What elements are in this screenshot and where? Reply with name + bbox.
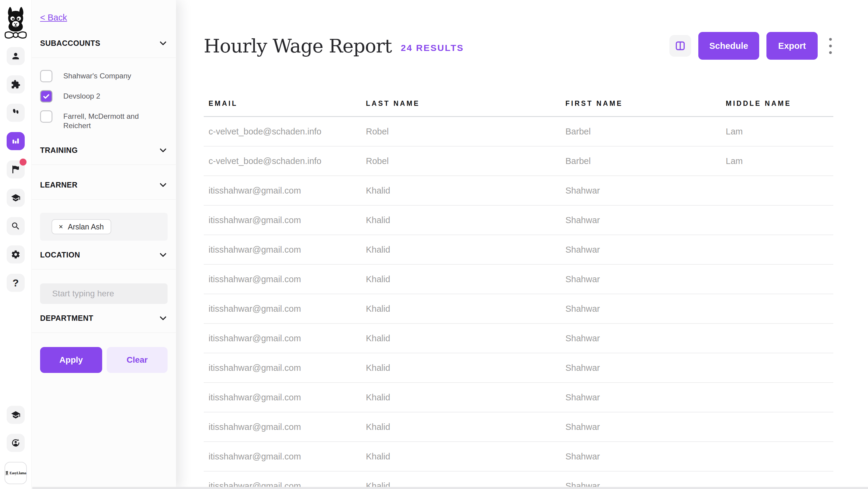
table-cell: Shahwar <box>561 422 721 432</box>
table-cell: Khalid <box>361 245 561 255</box>
column-header: LAST NAME <box>361 99 561 108</box>
apply-button[interactable]: Apply <box>40 347 102 373</box>
columns-icon <box>675 40 686 52</box>
search-icon <box>11 221 21 231</box>
table-row: itisshahwar@gmail.comKhalidShahwar <box>204 442 833 471</box>
easyllama-badge[interactable]: EasyLlama <box>4 462 27 484</box>
table-row: itisshahwar@gmail.comKhalidShahwar <box>204 235 833 265</box>
table-cell: c-velvet_bode@schaden.info <box>204 156 361 166</box>
icon-rail: ? EasyLlama <box>0 0 32 489</box>
table-cell: Lam <box>721 156 833 166</box>
column-header: MIDDLE NAME <box>721 99 833 108</box>
subaccount-checkbox-row[interactable]: Shahwar's Company <box>40 70 167 82</box>
kebab-dot <box>829 51 832 54</box>
subaccount-checkbox-row[interactable]: Devsloop 2 <box>40 90 167 102</box>
divider <box>32 199 176 200</box>
kebab-dot <box>829 38 832 41</box>
switch-account-icon <box>11 438 21 448</box>
table-cell: Lam <box>721 127 833 136</box>
checkbox[interactable] <box>40 70 53 82</box>
table-cell: itisshahwar@gmail.com <box>204 422 361 432</box>
table-row: itisshahwar@gmail.comKhalidShahwar <box>204 353 833 383</box>
rail-item-search[interactable] <box>7 217 25 235</box>
section-label: LOCATION <box>40 250 80 259</box>
table-cell: Barbel <box>561 127 721 136</box>
export-button[interactable]: Export <box>767 32 818 60</box>
back-link[interactable]: < Back <box>40 13 67 23</box>
rail-item-settings[interactable] <box>7 245 25 264</box>
checkbox-label: Shahwar's Company <box>63 70 131 81</box>
horizontal-scrollbar[interactable] <box>32 487 868 489</box>
table-cell: Shahwar <box>561 363 721 373</box>
table-cell: Khalid <box>361 333 561 343</box>
rail-item-training[interactable] <box>7 189 25 207</box>
section-header-department[interactable]: DEPARTMENT <box>40 313 167 323</box>
checkbox[interactable] <box>40 90 53 102</box>
table-cell: Khalid <box>361 363 561 373</box>
report-header: Hourly Wage Report 24 RESULTS Schedule E… <box>204 31 834 60</box>
chevron-down-icon <box>158 146 167 155</box>
section-header-learner[interactable]: LEARNER <box>40 180 167 190</box>
table-cell: Shahwar <box>561 186 721 196</box>
notification-dot <box>20 159 27 165</box>
learner-filter-box: × Arslan Ash <box>40 213 167 241</box>
section-header-location[interactable]: LOCATION <box>40 250 167 259</box>
table-cell: Khalid <box>361 304 561 314</box>
table-cell: Khalid <box>361 186 561 196</box>
rail-item-help[interactable]: ? <box>7 274 25 292</box>
section-header-training[interactable]: TRAINING <box>40 145 167 155</box>
table-cell: Robel <box>361 127 561 136</box>
gear-icon <box>11 250 21 259</box>
table-cell: Shahwar <box>561 304 721 314</box>
kebab-menu-button[interactable] <box>827 35 834 57</box>
subaccount-checkbox-row[interactable]: Farrell, McDermott and Reichert <box>40 110 167 130</box>
clear-button[interactable]: Clear <box>107 347 167 373</box>
table-cell: Shahwar <box>561 245 721 255</box>
rail-item-courses[interactable] <box>7 406 25 424</box>
remove-chip-icon[interactable]: × <box>59 223 63 230</box>
rail-item-switch-account[interactable] <box>7 434 25 452</box>
table-header-row: EMAILLAST NAMEFIRST NAMEMIDDLE NAME <box>204 91 833 117</box>
table-row: itisshahwar@gmail.comKhalidShahwar <box>204 265 833 294</box>
table-body: c-velvet_bode@schaden.infoRobelBarbelLam… <box>204 117 833 489</box>
chevron-down-icon <box>158 180 167 189</box>
kebab-dot <box>829 44 832 47</box>
columns-button[interactable] <box>670 35 691 57</box>
page-title: Hourly Wage Report <box>204 35 392 57</box>
rail-item-flagged[interactable] <box>7 160 25 179</box>
section-label: LEARNER <box>40 181 78 189</box>
table-row: itisshahwar@gmail.comKhalidShahwar <box>204 324 833 353</box>
chip-label: Arslan Ash <box>68 222 104 231</box>
rail-item-tracks[interactable] <box>7 104 25 122</box>
table-cell: Khalid <box>361 274 561 284</box>
table-row: c-velvet_bode@schaden.infoRobelBarbelLam <box>204 117 833 147</box>
rail-item-users[interactable] <box>7 47 25 65</box>
table-cell: itisshahwar@gmail.com <box>204 393 361 402</box>
checkbox[interactable] <box>40 110 53 123</box>
graduation-cap-icon <box>11 193 21 203</box>
column-header: EMAIL <box>204 99 361 108</box>
location-input[interactable] <box>40 283 167 304</box>
filter-sidebar: < Back SUBACCOUNTS Shahwar's Company Dev… <box>32 0 176 489</box>
easyllama-llama-logo[interactable] <box>3 5 29 40</box>
checkbox-label: Farrell, McDermott and Reichert <box>63 110 163 130</box>
subaccount-list: Shahwar's Company Devsloop 2 Farrell, Mc… <box>40 70 167 130</box>
badge-label: EasyLlama <box>10 471 26 476</box>
table-cell: itisshahwar@gmail.com <box>204 186 361 196</box>
table-cell: c-velvet_bode@schaden.info <box>204 127 361 136</box>
divider <box>32 58 176 58</box>
bar-chart-icon <box>11 136 21 146</box>
table-cell: itisshahwar@gmail.com <box>204 215 361 225</box>
table-cell: Khalid <box>361 393 561 402</box>
section-header-subaccounts[interactable]: SUBACCOUNTS <box>40 38 167 48</box>
flag-icon <box>11 164 21 174</box>
divider <box>32 333 176 333</box>
section-label: SUBACCOUNTS <box>40 39 100 48</box>
schedule-button[interactable]: Schedule <box>698 32 759 60</box>
table-cell: Shahwar <box>561 393 721 402</box>
table-cell: itisshahwar@gmail.com <box>204 452 361 462</box>
section-label: DEPARTMENT <box>40 314 93 323</box>
table-row: itisshahwar@gmail.comKhalidShahwar <box>204 412 833 442</box>
rail-item-integrations[interactable] <box>7 75 25 93</box>
rail-item-reports[interactable] <box>7 132 25 150</box>
